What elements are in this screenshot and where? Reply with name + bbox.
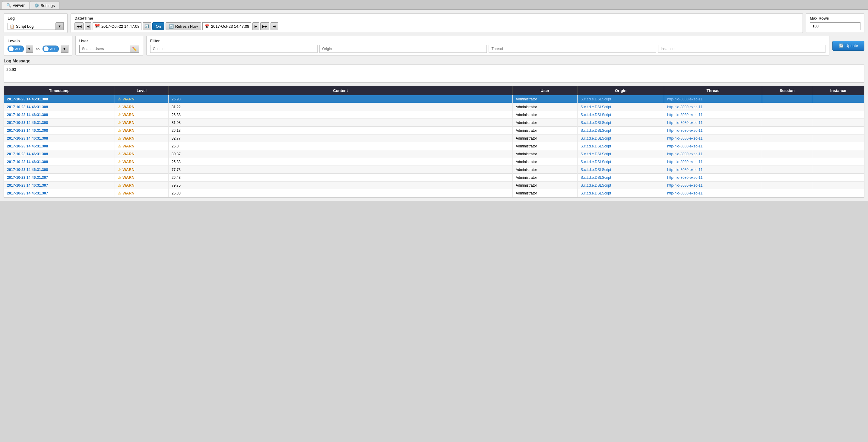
col-session[interactable]: Session xyxy=(762,86,812,95)
col-thread[interactable]: Thread xyxy=(664,86,762,95)
table-row[interactable]: 2017-10-23 14:46:31.308 ⚠ WARN 25.33 Adm… xyxy=(4,158,864,166)
table-row[interactable]: 2017-10-23 14:46:31.308 ⚠ WARN 80.37 Adm… xyxy=(4,150,864,158)
col-timestamp[interactable]: Timestamp xyxy=(4,86,115,95)
table-row[interactable]: 2017-10-23 14:46:31.308 ⚠ WARN 82.77 Adm… xyxy=(4,134,864,142)
col-level[interactable]: Level xyxy=(115,86,168,95)
col-user[interactable]: User xyxy=(513,86,577,95)
levels-to-toggle[interactable]: ALL xyxy=(42,45,59,52)
datetime-first-button[interactable]: ◀◀ xyxy=(74,22,84,30)
datetime-next2-button[interactable]: ▶▶ xyxy=(260,22,269,30)
cell-instance xyxy=(812,127,864,134)
refresh-now-button[interactable]: 🔄 Refresh Now xyxy=(165,22,201,30)
cell-user: Administrator xyxy=(513,103,577,111)
datetime-start-input[interactable]: 📅 2017-Oct-22 14:47:08 xyxy=(93,22,142,30)
cell-level: ⚠ WARN xyxy=(115,182,168,189)
datetime-section: Date/Time ◀◀ ◀ 📅 2017-Oct-22 14:47:08 🔄 … xyxy=(70,13,803,33)
cell-timestamp: 2017-10-23 14:46:31.308 xyxy=(4,103,115,111)
datetime-toggle-button[interactable]: On xyxy=(152,22,164,30)
cell-user: Administrator xyxy=(513,95,577,103)
table-row[interactable]: 2017-10-23 14:46:31.308 ⚠ WARN 26.8 Admi… xyxy=(4,142,864,150)
filter-instance-input[interactable] xyxy=(658,45,826,53)
datetime-refresh-icon-btn[interactable]: 🔄 xyxy=(143,22,151,30)
datetime-last-button[interactable]: ⏭ xyxy=(271,22,278,30)
cell-user: Administrator xyxy=(513,150,577,158)
filter-thread-input[interactable] xyxy=(489,45,656,53)
cell-session xyxy=(762,158,812,166)
warn-icon: ⚠ xyxy=(118,159,122,164)
filter-content-input[interactable] xyxy=(150,45,318,53)
log-select-display[interactable]: 📋 Script Log xyxy=(7,23,56,30)
levels-from-dropdown[interactable]: ▼ xyxy=(26,45,33,53)
datetime-start-value: 2017-Oct-22 14:47:08 xyxy=(101,24,140,29)
col-instance[interactable]: Instance xyxy=(812,86,864,95)
cell-instance xyxy=(812,103,864,111)
datetime-end-input[interactable]: 📅 2017-Oct-23 14:47:08 xyxy=(203,22,251,30)
datetime-label: Date/Time xyxy=(74,16,799,21)
level-text: WARN xyxy=(122,97,134,101)
cell-timestamp: 2017-10-23 14:46:31.308 xyxy=(4,119,115,127)
table-row[interactable]: 2017-10-23 14:46:31.307 ⚠ WARN 25.33 Adm… xyxy=(4,189,864,197)
update-button[interactable]: 🔄 Update xyxy=(832,41,864,51)
main-panel: Log 📋 Script Log ▼ Date/Time ◀◀ ◀ 📅 2017… xyxy=(0,10,868,201)
warn-icon: ⚠ xyxy=(118,136,122,140)
tab-viewer-label: Viewer xyxy=(13,3,25,7)
log-data-table: Timestamp Level Content User Origin Thre… xyxy=(4,86,864,197)
cell-thread: http-nio-8080-exec-11 xyxy=(664,127,762,134)
cell-origin: S.c.t.d.e.DSLScript xyxy=(577,119,664,127)
table-row[interactable]: 2017-10-23 14:46:31.308 ⚠ WARN 77.73 Adm… xyxy=(4,166,864,173)
table-row[interactable]: 2017-10-23 14:46:31.307 ⚠ WARN 79.75 Adm… xyxy=(4,182,864,189)
cell-origin: S.c.t.d.e.DSLScript xyxy=(577,173,664,182)
user-label: User xyxy=(79,39,140,43)
cell-content: 80.37 xyxy=(168,150,513,158)
log-dropdown-button[interactable]: ▼ xyxy=(56,22,64,30)
cell-user: Administrator xyxy=(513,111,577,119)
tab-viewer[interactable]: 🔍 Viewer xyxy=(2,1,29,9)
table-row[interactable]: 2017-10-23 14:46:31.308 ⚠ WARN 25.93 Adm… xyxy=(4,95,864,103)
table-row[interactable]: 2017-10-23 14:46:31.307 ⚠ WARN 26.43 Adm… xyxy=(4,173,864,182)
cell-instance xyxy=(812,95,864,103)
col-content[interactable]: Content xyxy=(168,86,513,95)
calendar-start-icon: 📅 xyxy=(95,24,100,29)
maxrows-input[interactable] xyxy=(810,22,861,30)
cell-timestamp: 2017-10-23 14:46:31.308 xyxy=(4,127,115,134)
levels-to-dropdown[interactable]: ▼ xyxy=(61,45,68,53)
table-row[interactable]: 2017-10-23 14:46:31.308 ⚠ WARN 26.13 Adm… xyxy=(4,127,864,134)
log-message-label: Log Message xyxy=(4,59,864,63)
col-origin[interactable]: Origin xyxy=(577,86,664,95)
cell-session xyxy=(762,103,812,111)
cell-origin: S.c.t.d.e.DSLScript xyxy=(577,103,664,111)
filter-origin-input[interactable] xyxy=(319,45,487,53)
log-file-icon: 📋 xyxy=(10,24,14,29)
cell-timestamp: 2017-10-23 14:46:31.308 xyxy=(4,150,115,158)
table-row[interactable]: 2017-10-23 14:46:31.308 ⚠ WARN 26.38 Adm… xyxy=(4,111,864,119)
user-edit-button[interactable]: ✏️ xyxy=(130,45,140,53)
table-header: Timestamp Level Content User Origin Thre… xyxy=(4,86,864,95)
datetime-next-button[interactable]: ▶ xyxy=(252,22,259,30)
search-users-input[interactable] xyxy=(79,45,130,53)
level-text: WARN xyxy=(122,105,134,109)
log-message-section: Log Message 25.93 xyxy=(4,59,864,83)
cell-timestamp: 2017-10-23 14:46:31.308 xyxy=(4,111,115,119)
table-row[interactable]: 2017-10-23 14:46:31.308 ⚠ WARN 81.08 Adm… xyxy=(4,119,864,127)
warn-icon: ⚠ xyxy=(118,144,122,148)
cell-session xyxy=(762,182,812,189)
second-row: Levels ALL ▼ to ALL ▼ User xyxy=(4,36,864,56)
filter-label: Filter xyxy=(150,39,826,43)
top-row: Log 📋 Script Log ▼ Date/Time ◀◀ ◀ 📅 2017… xyxy=(4,13,864,33)
levels-from-toggle[interactable]: ALL xyxy=(7,45,24,52)
cell-instance xyxy=(812,142,864,150)
datetime-prev-button[interactable]: ◀ xyxy=(85,22,91,30)
tab-settings[interactable]: ⚙️ Settings xyxy=(30,1,59,9)
toggle-from-circle xyxy=(9,46,13,51)
levels-section: Levels ALL ▼ to ALL ▼ xyxy=(4,36,72,56)
cell-level: ⚠ WARN xyxy=(115,173,168,182)
cell-user: Administrator xyxy=(513,189,577,197)
cell-content: 26.8 xyxy=(168,142,513,150)
refresh-icon: 🔄 xyxy=(169,24,174,29)
cell-content: 25.33 xyxy=(168,158,513,166)
cell-session xyxy=(762,127,812,134)
table-row[interactable]: 2017-10-23 14:46:31.308 ⚠ WARN 81.22 Adm… xyxy=(4,103,864,111)
warn-icon: ⚠ xyxy=(118,120,122,125)
cell-content: 81.08 xyxy=(168,119,513,127)
cell-user: Administrator xyxy=(513,166,577,173)
